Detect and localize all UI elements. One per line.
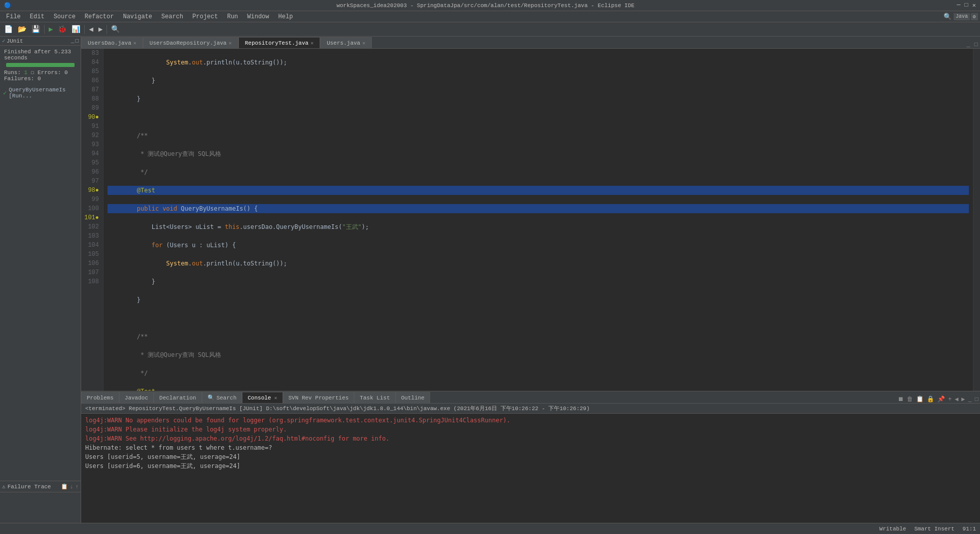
tab-usersdaorepository[interactable]: UsersDaoRepository.java ✕ [143,37,238,48]
bottom-panel: Problems Javadoc Declaration 🔍 Search Co… [81,391,980,523]
run-button[interactable]: ▶ [47,24,55,35]
minimize-button[interactable]: — [957,2,960,9]
tab-problems-label: Problems [87,395,114,401]
tab-outline[interactable]: Outline [396,392,430,403]
finished-text: Finished after 5.233 seconds [2,48,79,62]
console-minimize[interactable]: _ [967,396,973,403]
test-tree: ✓ QueryByUsernameIs [Run... [0,85,81,481]
menu-refactor[interactable]: Refactor [81,12,118,21]
console-clear-icon[interactable]: 🗑 [905,395,915,403]
menu-help[interactable]: Help [274,12,297,21]
code-line-96: } [108,295,969,305]
console-line-2: log4j:WARN Please initialize the log4j s… [85,425,976,434]
close-button[interactable]: ✕ [972,2,976,9]
tab-usersdaorepository-close[interactable]: ✕ [229,40,232,46]
console-new-icon[interactable]: + [947,396,953,403]
tab-usersdao-label: UsersDao.java [88,40,131,46]
open-button[interactable]: 📂 [16,24,28,35]
code-line-93: for (Users u : uList) { [108,241,969,250]
menu-navigate[interactable]: Navigate [119,12,156,21]
menu-source[interactable]: Source [50,12,80,21]
console-content: log4j:WARN No appenders could be found f… [81,414,980,523]
runs-count: 1 [24,70,28,76]
tab-repositorytest[interactable]: RepositoryTest.java ✕ [238,37,320,48]
junit-icon: ✓ [2,38,6,44]
status-writable: Writable [880,526,906,532]
tab-usersdao[interactable]: UsersDao.java ✕ [81,37,143,48]
maximize-panel-icon[interactable]: □ [75,38,79,44]
tab-declaration-label: Declaration [159,395,196,401]
menu-window[interactable]: Window [243,12,273,21]
sep1 [44,25,45,34]
tab-usersdao-close[interactable]: ✕ [133,40,136,46]
console-pin-icon[interactable]: 📌 [936,395,947,403]
tab-javadoc[interactable]: Javadoc [119,392,154,403]
tab-svn-label: SVN Rev Properties [289,395,349,401]
progress-bar [6,63,75,67]
code-editor[interactable]: System.out.println(u.toString()); } } /*… [103,49,973,391]
maximize-button[interactable]: □ [965,2,968,9]
runs-label: Runs: [4,70,24,76]
title-text: workSpaces_idea202003 - SpringDataJpa/sr… [14,3,957,9]
tab-declaration[interactable]: Declaration [154,392,202,403]
save-button[interactable]: 💾 [29,24,42,35]
code-line-98: /** [108,332,969,341]
search-toolbar-icon[interactable]: 🔍 [943,13,952,21]
app-icon: 🔵 [4,2,11,9]
maximize-editor-icon[interactable]: □ [972,41,980,48]
console-line-5: Users [userid=5, username=王武, userage=24… [85,452,976,461]
minimize-editor-icon[interactable]: _ [965,41,972,48]
minimize-panel-icon[interactable]: _ [71,38,75,44]
menu-run[interactable]: Run [223,12,242,21]
tab-search[interactable]: 🔍 Search [202,392,242,403]
debug-perspective[interactable]: ⚙ [971,13,978,20]
tab-repositorytest-close[interactable]: ✕ [310,40,313,46]
code-line-100: */ [108,369,969,378]
ft-next-icon[interactable]: ↓ [70,484,74,490]
code-line-94: System.out.println(u.toString()); [108,259,969,268]
console-scroll-lock-icon[interactable]: 🔒 [925,395,936,403]
left-column: ✓ JUnit _ □ Finished after 5.233 seconds… [0,37,81,523]
tab-problems[interactable]: Problems [81,392,119,403]
tab-repositorytest-label: RepositoryTest.java [245,40,308,46]
code-line-83: System.out.println(u.toString()); [108,58,969,67]
tab-console-close[interactable]: ✕ [274,395,277,401]
coverage-button[interactable]: 📊 [69,24,82,35]
console-maximize[interactable]: □ [973,396,980,403]
editor-tabs: UsersDao.java ✕ UsersDaoRepository.java … [81,37,980,49]
tab-svn[interactable]: SVN Rev Properties [283,392,355,403]
junit-panel: ✓ JUnit _ □ Finished after 5.233 seconds… [0,37,81,481]
menu-file[interactable]: File [2,12,25,21]
console-nav-prev[interactable]: ◀ [953,395,960,403]
tab-console[interactable]: Console ✕ [242,392,283,403]
code-line-97 [108,314,969,323]
debug-button[interactable]: 🐞 [56,24,68,35]
failure-trace-content [0,492,81,523]
menu-search[interactable]: Search [157,12,187,21]
test-item-querybyusernameis[interactable]: ✓ QueryByUsernameIs [Run... [1,86,80,100]
outer-layout: 🔵 workSpaces_idea202003 - SpringDataJpa/… [0,0,980,534]
code-line-92: List<Users> uList = this.usersDao.QueryB… [108,222,969,231]
failures-label: Failures: [4,76,38,82]
menu-edit[interactable]: Edit [26,12,49,21]
search-button2[interactable]: 🔍 [109,24,122,35]
tab-console-label: Console [248,395,271,401]
ft-prev-icon[interactable]: ↑ [75,484,79,490]
status-smart-insert: Smart Insert [914,526,954,532]
back-button[interactable]: ◀ [87,24,95,35]
tab-users-label: Users.java [327,40,360,46]
new-button[interactable]: 📄 [2,24,15,35]
forward-button[interactable]: ▶ [96,24,104,35]
menu-project[interactable]: Project [188,12,222,21]
tab-users-close[interactable]: ✕ [362,40,365,46]
tab-usersdaorepository-label: UsersDaoRepository.java [150,40,227,46]
console-copy-icon[interactable]: 📋 [915,395,925,403]
tab-users[interactable]: Users.java ✕ [320,37,372,48]
progress-bar-container [6,63,75,67]
console-stop-icon[interactable]: ⏹ [896,395,905,403]
java-perspective[interactable]: Java [954,13,970,20]
menu-bar: File Edit Source Refactor Navigate Searc… [0,11,980,22]
tab-tasklist[interactable]: Task List [354,392,395,403]
ft-copy-icon[interactable]: 📋 [61,483,68,490]
console-nav-next[interactable]: ▶ [960,395,966,403]
